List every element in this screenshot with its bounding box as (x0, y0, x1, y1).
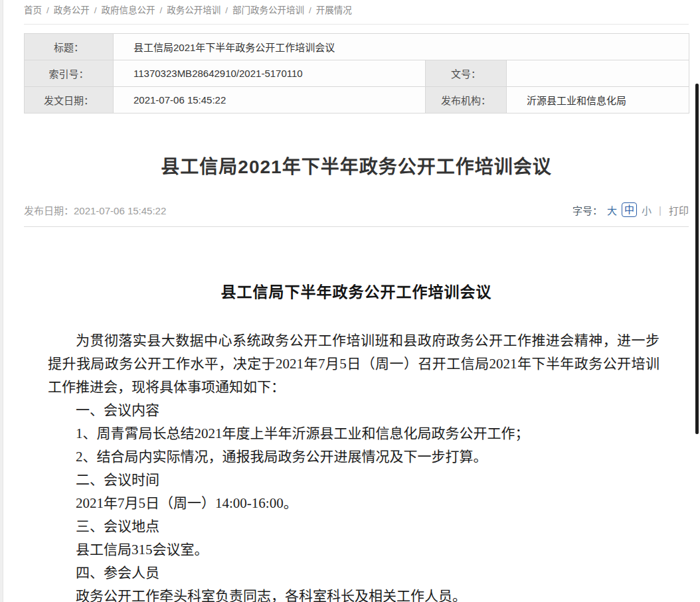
article-paragraph: 政务公开工作牵头科室负责同志，各科室科长及相关工作人员。 (48, 585, 659, 602)
page-left-gutter (0, 0, 3, 602)
breadcrumb-item-xinxigongkai[interactable]: 政府信息公开 (102, 5, 155, 15)
article-heading: 县工信局下半年政务公开工作培训会议 (24, 283, 689, 303)
meta-date-label: 发文日期： (25, 87, 114, 113)
meta-date-value: 2021-07-06 15:45:22 (114, 87, 426, 113)
breadcrumb-item-kaizhanqingkuang[interactable]: 开展情况 (316, 5, 352, 15)
breadcrumb-separator: / (94, 5, 97, 15)
article-paragraph: 县工信局315会议室。 (48, 538, 659, 562)
breadcrumb-separator: / (46, 5, 49, 15)
page-title: 县工信局2021年下半年政务公开工作培训会议 (24, 157, 689, 177)
font-size-label: 字号： (572, 203, 602, 217)
font-size-small-button[interactable]: 小 (642, 203, 652, 217)
breadcrumb-separator: / (309, 5, 311, 15)
toolbar-divider: | (659, 204, 661, 216)
table-row: 标题： 县工信局2021年下半年政务公开工作培训会议 (25, 34, 689, 60)
meta-index-value: 11370323MB28642910/2021-5170110 (114, 60, 426, 87)
breadcrumb-item-bumenpeixun[interactable]: 部门政务公开培训 (232, 5, 304, 15)
table-row: 发文日期： 2021-07-06 15:45:22 发布机构： 沂源县工业和信息… (25, 87, 689, 113)
breadcrumb: 首页/政务公开/政府信息公开/政务公开培训/部门政务公开培训/开展情况 (24, 0, 689, 25)
font-size-large-button[interactable]: 大 (607, 203, 617, 217)
article-paragraph: 为贯彻落实县大数据中心系统政务公开工作培训班和县政府政务公开工作推进会精神，进一… (48, 329, 659, 399)
meta-index-label: 索引号： (25, 60, 114, 87)
publish-date: 发布日期：2021-07-06 15:45:22 (24, 203, 166, 217)
article-paragraph: 三、会议地点 (48, 515, 659, 538)
document-meta-table: 标题： 县工信局2021年下半年政务公开工作培训会议 索引号： 11370323… (24, 33, 689, 113)
article-paragraph: 四、参会人员 (48, 562, 659, 585)
article-paragraph: 2、结合局内实际情况，通报我局政务公开进展情况及下一步打算。 (48, 445, 659, 469)
breadcrumb-item-zhengwugongkai[interactable]: 政务公开 (54, 5, 90, 15)
article-paragraph: 二、会议时间 (48, 469, 659, 492)
table-row: 索引号： 11370323MB28642910/2021-5170110 文号： (25, 60, 689, 87)
meta-docnum-value (507, 60, 689, 87)
meta-agency-value: 沂源县工业和信息化局 (507, 87, 689, 113)
meta-agency-label: 发布机构： (426, 87, 507, 113)
meta-title-value: 县工信局2021年下半年政务公开工作培训会议 (114, 34, 689, 60)
font-size-tools: 字号： 大 中 小 | 打印 (572, 202, 689, 217)
article-paragraph: 1、周青霄局长总结2021年度上半年沂源县工业和信息化局政务公开工作； (48, 422, 659, 445)
article-body: 为贯彻落实县大数据中心系统政务公开工作培训班和县政府政务公开工作推进会精神，进一… (48, 329, 659, 602)
breadcrumb-item-gongkaipeixun[interactable]: 政务公开培训 (167, 5, 220, 15)
breadcrumb-item-home[interactable]: 首页 (24, 5, 42, 15)
meta-title-label: 标题： (25, 34, 114, 60)
print-button[interactable]: 打印 (669, 203, 689, 217)
scrollbar-thumb[interactable] (695, 84, 699, 434)
breadcrumb-separator: / (160, 5, 163, 15)
document-toolbar: 发布日期：2021-07-06 15:45:22 字号： 大 中 小 | 打印 (24, 202, 689, 227)
breadcrumb-separator: / (225, 5, 228, 15)
article-paragraph: 一、会议内容 (48, 399, 659, 422)
article-paragraph: 2021年7月5日（周一）14:00-16:00。 (48, 492, 659, 515)
font-size-medium-button[interactable]: 中 (622, 202, 637, 217)
main-content: 首页/政务公开/政府信息公开/政务公开培训/部门政务公开培训/开展情况 标题： … (24, 0, 689, 602)
meta-docnum-label: 文号： (426, 60, 507, 87)
